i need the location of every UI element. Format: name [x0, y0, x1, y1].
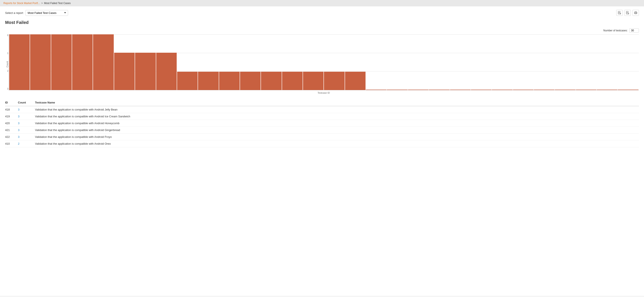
bars-container: [9, 34, 639, 90]
cell-count[interactable]: 3: [18, 113, 35, 120]
export-csv-button[interactable]: CSV: [624, 10, 631, 16]
table-row: 420 3 Validation that the application is…: [5, 120, 639, 127]
toolbar-right: PDF CSV: [616, 10, 639, 16]
cell-id: 422: [5, 134, 18, 140]
table-body: 418 3 Validation that the application is…: [5, 106, 639, 147]
y-ticks: 3 2 1 0: [3, 34, 8, 90]
bar-item: [240, 72, 260, 90]
svg-point-13: [636, 12, 637, 13]
cell-count[interactable]: 2: [18, 140, 35, 147]
col-header-count: Count: [18, 99, 35, 106]
x-axis-label: Testcase ID: [8, 92, 639, 94]
bar-item: [555, 90, 575, 90]
col-header-id: ID: [5, 99, 18, 106]
bar-item: [513, 90, 534, 90]
bar-item: [576, 90, 596, 90]
bar-item: [198, 72, 218, 90]
table-row: 419 3 Validation that the application is…: [5, 113, 639, 120]
cell-id: 418: [5, 106, 18, 113]
bar-item: [471, 90, 492, 90]
chart-controls: Number of testcases:: [5, 28, 639, 33]
bar-item: [114, 53, 135, 90]
bar-item: [93, 34, 114, 90]
svg-text:CSV: CSV: [628, 13, 629, 14]
bar-item: [429, 90, 450, 90]
bar-item: [72, 34, 92, 90]
y-tick-3: 3: [3, 88, 8, 90]
y-tick-0: 0: [3, 34, 8, 36]
chart-section: Number of testcases: Count 3 2 1 0: [5, 28, 639, 94]
bar-item: [9, 34, 30, 90]
select-report-label: Select a report: [5, 11, 23, 14]
y-tick-2: 2: [3, 70, 8, 72]
bar-item: [492, 90, 512, 90]
cell-count[interactable]: 3: [18, 106, 35, 113]
table-row: 422 3 Validation that the application is…: [5, 134, 639, 140]
num-testcases-label: Number of testcases:: [604, 29, 628, 32]
bar-item: [156, 53, 177, 90]
bar-item: [387, 90, 407, 90]
bar-item: [324, 72, 344, 90]
table-row: 418 3 Validation that the application is…: [5, 106, 639, 113]
bar-item: [30, 34, 50, 90]
y-tick-1: 1: [3, 52, 8, 54]
toolbar-left: Select a report Most Failed Test Cases T…: [5, 10, 68, 16]
bar-item: [618, 90, 638, 90]
breadcrumb-separator: >: [41, 2, 43, 5]
cell-id: 410: [5, 140, 18, 147]
bar-item: [534, 90, 554, 90]
svg-text:PDF: PDF: [620, 13, 621, 14]
bar-item: [219, 72, 240, 90]
report-select[interactable]: Most Failed Test Cases Test Execution Su…: [26, 10, 68, 16]
cell-count[interactable]: 3: [18, 134, 35, 140]
breadcrumb-link[interactable]: Reports for Stock Market Portf...: [4, 2, 40, 5]
print-button[interactable]: [632, 10, 639, 16]
chart-wrapper: Count 3 2 1 0: [5, 34, 639, 94]
export-pdf-button[interactable]: PDF: [616, 10, 623, 16]
chart-plot-area: 3 2 1 0: [8, 34, 639, 90]
main-content: Select a report Most Failed Test Cases T…: [0, 6, 644, 296]
cell-id: 420: [5, 120, 18, 127]
cell-name: Validation that the application is compa…: [35, 113, 639, 120]
bar-item: [303, 72, 324, 90]
bar-item: [177, 72, 198, 90]
breadcrumb: Reports for Stock Market Portf... > Most…: [0, 0, 644, 6]
bar-item: [366, 90, 386, 90]
bar-item: [597, 90, 617, 90]
table-row: 421 3 Validation that the application is…: [5, 127, 639, 134]
bar-item: [135, 53, 156, 90]
bar-item: [261, 72, 282, 90]
cell-count[interactable]: 3: [18, 127, 35, 134]
cell-name: Validation that the application is compa…: [35, 127, 639, 134]
chart-inner: 3 2 1 0 Testcase I: [8, 34, 639, 94]
cell-id: 421: [5, 127, 18, 134]
cell-id: 419: [5, 113, 18, 120]
bar-item: [282, 72, 302, 90]
cell-name: Validation that the application is compa…: [35, 134, 639, 140]
bar-item: [450, 90, 470, 90]
cell-name: Validation that the application is compa…: [35, 106, 639, 113]
data-table: ID Count Testcase Name 418 3 Validation …: [5, 99, 639, 147]
num-testcases-input[interactable]: [629, 28, 639, 33]
table-header: ID Count Testcase Name: [5, 99, 639, 106]
bar-item: [345, 72, 366, 90]
bar-item: [408, 90, 428, 90]
bar-item: [51, 34, 72, 90]
cell-count[interactable]: 3: [18, 120, 35, 127]
cell-name: Validation that the application is compa…: [35, 120, 639, 127]
report-title: Most Failed: [5, 20, 639, 25]
cell-name: Validation that the application is compa…: [35, 140, 639, 147]
col-header-name: Testcase Name: [35, 99, 639, 106]
table-row: 410 2 Validation that the application is…: [5, 140, 639, 147]
breadcrumb-current: Most Failed Test Cases: [44, 2, 71, 5]
toolbar: Select a report Most Failed Test Cases T…: [5, 10, 639, 16]
